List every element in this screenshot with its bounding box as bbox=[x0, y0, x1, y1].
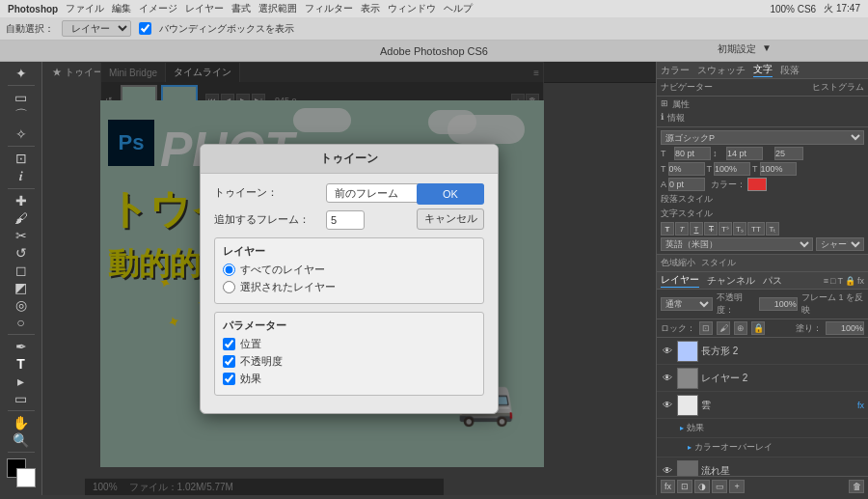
frame-reflect-button[interactable]: フレーム 1 を反映 bbox=[801, 291, 864, 317]
text-color-swatch[interactable] bbox=[747, 178, 767, 191]
effects-checkbox[interactable] bbox=[223, 373, 235, 385]
tween-cancel-button[interactable]: キャンセル bbox=[417, 208, 484, 230]
adjustment-layer-button[interactable]: ◑ bbox=[694, 480, 710, 493]
list-item[interactable]: ▸ 効果 bbox=[657, 419, 868, 438]
heal-tool[interactable]: ✚ bbox=[8, 192, 35, 208]
baseline-input[interactable] bbox=[668, 178, 705, 191]
tween-ok-button[interactable]: OK bbox=[417, 183, 484, 205]
menu-edit[interactable]: 編集 bbox=[112, 2, 131, 15]
all-layers-radio[interactable] bbox=[223, 263, 235, 276]
workspace-arrow[interactable]: ▼ bbox=[762, 42, 772, 56]
layer-visibility-eye[interactable]: 👁 bbox=[661, 399, 674, 412]
scale-h-input[interactable] bbox=[714, 162, 750, 176]
layer-visibility-eye[interactable]: 👁 bbox=[661, 464, 674, 477]
layer-fx-icon[interactable]: fx bbox=[857, 276, 864, 286]
table-row[interactable]: 👁 流れ星 bbox=[657, 457, 868, 476]
tab-paragraph[interactable]: 段落 bbox=[780, 64, 800, 77]
layers-tab[interactable]: レイヤー bbox=[661, 273, 699, 288]
scale-h2-input[interactable] bbox=[760, 162, 797, 176]
filter-kind-icon[interactable]: ≡ bbox=[824, 276, 828, 286]
tab-color[interactable]: カラー bbox=[661, 64, 690, 77]
tracking-input[interactable] bbox=[774, 147, 803, 160]
new-layer-button[interactable]: + bbox=[729, 480, 745, 493]
clone-tool[interactable]: ✂ bbox=[8, 228, 35, 243]
add-style-button[interactable]: fx bbox=[661, 480, 675, 493]
table-row[interactable]: 👁 雲 fx bbox=[657, 392, 868, 419]
shape-tool[interactable]: ▭ bbox=[8, 391, 35, 406]
bounding-box-checkbox[interactable] bbox=[139, 22, 151, 35]
magic-wand-tool[interactable]: ✧ bbox=[8, 126, 35, 142]
menu-select[interactable]: 選択範囲 bbox=[258, 2, 297, 15]
lock-transparent-icon[interactable]: ⊡ bbox=[699, 321, 713, 335]
blend-mode-select[interactable]: 通常 bbox=[661, 297, 713, 311]
eyedropper-tool[interactable]: 𝒊 bbox=[8, 168, 35, 184]
table-row[interactable]: 👁 レイヤー 2 bbox=[657, 365, 868, 392]
menu-layer[interactable]: レイヤー bbox=[185, 2, 224, 15]
font-family-select[interactable]: 源ゴシックP bbox=[661, 130, 864, 145]
add-mask-button[interactable]: ⊡ bbox=[677, 480, 692, 493]
history-brush-tool[interactable]: ↺ bbox=[8, 245, 35, 261]
layer-visibility-eye[interactable]: 👁 bbox=[661, 372, 674, 385]
smallcaps-button[interactable]: Tₜ bbox=[766, 222, 779, 236]
scale-v-input[interactable] bbox=[668, 162, 705, 176]
layer-options-icon[interactable]: T bbox=[837, 276, 843, 286]
dodge-tool[interactable]: ○ bbox=[8, 315, 35, 330]
table-row[interactable]: 👁 長方形 2 bbox=[657, 338, 868, 365]
gradient-tool[interactable]: ◩ bbox=[8, 280, 35, 295]
list-item[interactable]: ▸ カラーオーバーレイ bbox=[657, 438, 868, 457]
tab-character[interactable]: 文字 bbox=[753, 63, 773, 77]
options-layer-select[interactable]: レイヤー bbox=[62, 20, 131, 37]
background-swatch[interactable] bbox=[16, 468, 36, 487]
move-tool[interactable]: ✦ bbox=[8, 66, 35, 81]
superscript-button[interactable]: Tˢ bbox=[719, 222, 732, 236]
eraser-tool[interactable]: ◻ bbox=[8, 263, 35, 278]
type-tool[interactable]: T bbox=[8, 356, 35, 372]
zoom-tool[interactable]: 🔍 bbox=[8, 432, 35, 448]
menu-help[interactable]: ヘルプ bbox=[444, 2, 473, 15]
pen-tool[interactable]: ✒ bbox=[8, 339, 35, 354]
lock-all-icon[interactable]: 🔒 bbox=[751, 321, 765, 335]
strikethrough-button[interactable]: T̶ bbox=[704, 222, 718, 236]
crop-tool[interactable]: ⊡ bbox=[8, 151, 35, 166]
path-select-tool[interactable]: ▸ bbox=[8, 374, 35, 389]
antialias-select[interactable]: シャープ bbox=[816, 237, 864, 251]
color-reduction-label[interactable]: 色域縮小 bbox=[661, 257, 695, 269]
blur-tool[interactable]: ◎ bbox=[8, 297, 35, 313]
selected-layers-radio[interactable] bbox=[223, 281, 235, 293]
delete-layer-button[interactable]: 🗑 bbox=[849, 480, 864, 493]
position-checkbox[interactable] bbox=[223, 338, 235, 350]
group-button[interactable]: ▭ bbox=[712, 480, 727, 493]
opacity-input[interactable] bbox=[759, 297, 798, 311]
leading-input[interactable] bbox=[726, 147, 763, 160]
lock-image-icon[interactable]: 🖌 bbox=[717, 321, 730, 335]
layer-visibility-eye[interactable]: 👁 bbox=[661, 345, 674, 358]
paths-tab[interactable]: パス bbox=[763, 274, 782, 288]
select-rect-tool[interactable]: ▭ bbox=[8, 90, 35, 105]
channels-tab[interactable]: チャンネル bbox=[707, 274, 755, 288]
layer-new-icon[interactable]: □ bbox=[830, 276, 835, 286]
language-select[interactable]: 英語（米国） bbox=[661, 237, 813, 251]
frames-input[interactable] bbox=[326, 210, 365, 230]
bold-button[interactable]: T bbox=[661, 222, 674, 236]
menu-filter[interactable]: フィルター bbox=[305, 2, 353, 15]
opacity-checkbox[interactable] bbox=[223, 355, 235, 368]
menu-window[interactable]: ウィンドウ bbox=[388, 2, 436, 15]
lasso-tool[interactable]: ⌒ bbox=[8, 107, 35, 125]
hand-tool[interactable]: ✋ bbox=[8, 415, 35, 430]
allcaps-button[interactable]: TT bbox=[747, 222, 765, 236]
tab-swatches[interactable]: スウォッチ bbox=[697, 64, 746, 77]
brush-tool[interactable]: 🖌 bbox=[8, 210, 35, 226]
subscript-button[interactable]: Tₛ bbox=[733, 222, 746, 236]
menu-format[interactable]: 書式 bbox=[231, 2, 251, 15]
histogram-label[interactable]: ヒストグラム bbox=[812, 81, 864, 94]
fill-input[interactable] bbox=[826, 321, 864, 335]
font-size-input[interactable] bbox=[674, 147, 711, 160]
menu-image[interactable]: イメージ bbox=[139, 2, 177, 15]
lock-position-icon[interactable]: ⊕ bbox=[734, 321, 747, 335]
menu-view[interactable]: 表示 bbox=[361, 2, 380, 15]
style-label[interactable]: スタイル bbox=[701, 257, 736, 269]
menu-file[interactable]: ファイル bbox=[66, 2, 104, 15]
underline-button[interactable]: T bbox=[690, 222, 703, 236]
italic-button[interactable]: T bbox=[675, 222, 689, 236]
layer-delete-icon[interactable]: 🔒 bbox=[845, 276, 855, 286]
